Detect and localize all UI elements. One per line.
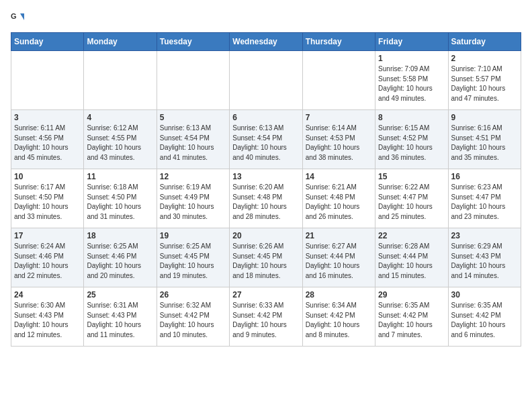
day-info: Sunrise: 6:35 AM Sunset: 4:42 PM Dayligh… <box>378 301 445 340</box>
weekday-header-row: SundayMondayTuesdayWednesdayThursdayFrid… <box>11 33 521 51</box>
day-info: Sunrise: 6:19 AM Sunset: 4:49 PM Dayligh… <box>160 183 226 222</box>
day-number: 28 <box>306 290 372 300</box>
day-info: Sunrise: 6:23 AM Sunset: 4:47 PM Dayligh… <box>451 183 518 222</box>
day-number: 8 <box>378 113 445 122</box>
calendar-cell: 29Sunrise: 6:35 AM Sunset: 4:42 PM Dayli… <box>375 287 448 347</box>
calendar-cell: 23Sunrise: 6:29 AM Sunset: 4:43 PM Dayli… <box>448 228 521 287</box>
calendar-cell: 28Sunrise: 6:34 AM Sunset: 4:42 PM Dayli… <box>302 287 375 347</box>
weekday-header-saturday: Saturday <box>448 33 521 51</box>
weekday-header-friday: Friday <box>375 33 448 51</box>
day-info: Sunrise: 6:21 AM Sunset: 4:48 PM Dayligh… <box>306 183 372 222</box>
weekday-header-sunday: Sunday <box>11 33 84 51</box>
weekday-header-monday: Monday <box>84 33 157 51</box>
calendar-cell: 12Sunrise: 6:19 AM Sunset: 4:49 PM Dayli… <box>157 169 229 228</box>
calendar-cell <box>84 51 157 110</box>
day-number: 2 <box>451 54 518 63</box>
day-number: 19 <box>160 231 226 240</box>
day-info: Sunrise: 6:24 AM Sunset: 4:46 PM Dayligh… <box>14 242 81 281</box>
day-info: Sunrise: 6:18 AM Sunset: 4:50 PM Dayligh… <box>87 183 153 222</box>
calendar-table: SundayMondayTuesdayWednesdayThursdayFrid… <box>11 32 521 347</box>
calendar-cell: 30Sunrise: 6:35 AM Sunset: 4:42 PM Dayli… <box>448 287 521 347</box>
calendar-cell: 25Sunrise: 6:31 AM Sunset: 4:43 PM Dayli… <box>84 287 157 347</box>
day-info: Sunrise: 6:20 AM Sunset: 4:48 PM Dayligh… <box>232 183 299 222</box>
calendar-cell: 2Sunrise: 7:10 AM Sunset: 5:57 PM Daylig… <box>448 51 521 110</box>
calendar-cell: 21Sunrise: 6:27 AM Sunset: 4:44 PM Dayli… <box>302 228 375 287</box>
calendar-cell <box>11 51 84 110</box>
day-number: 27 <box>232 290 299 300</box>
day-info: Sunrise: 6:14 AM Sunset: 4:53 PM Dayligh… <box>306 124 372 163</box>
day-info: Sunrise: 6:17 AM Sunset: 4:50 PM Dayligh… <box>14 183 81 222</box>
calendar-cell: 13Sunrise: 6:20 AM Sunset: 4:48 PM Dayli… <box>230 169 302 228</box>
calendar-cell <box>302 51 375 110</box>
day-info: Sunrise: 6:35 AM Sunset: 4:42 PM Dayligh… <box>451 301 518 340</box>
day-info: Sunrise: 6:13 AM Sunset: 4:54 PM Dayligh… <box>232 124 299 163</box>
day-info: Sunrise: 6:27 AM Sunset: 4:44 PM Dayligh… <box>306 242 372 281</box>
weekday-header-tuesday: Tuesday <box>157 33 229 51</box>
day-number: 6 <box>232 113 299 122</box>
day-info: Sunrise: 6:25 AM Sunset: 4:46 PM Dayligh… <box>87 242 153 281</box>
calendar-cell: 8Sunrise: 6:15 AM Sunset: 4:52 PM Daylig… <box>375 110 448 169</box>
calendar-cell: 15Sunrise: 6:22 AM Sunset: 4:47 PM Dayli… <box>375 169 448 228</box>
calendar-cell: 14Sunrise: 6:21 AM Sunset: 4:48 PM Dayli… <box>302 169 375 228</box>
calendar-cell: 16Sunrise: 6:23 AM Sunset: 4:47 PM Dayli… <box>448 169 521 228</box>
calendar-cell: 5Sunrise: 6:13 AM Sunset: 4:54 PM Daylig… <box>157 110 229 169</box>
calendar-cell: 3Sunrise: 6:11 AM Sunset: 4:56 PM Daylig… <box>11 110 84 169</box>
calendar-cell: 26Sunrise: 6:32 AM Sunset: 4:42 PM Dayli… <box>157 287 229 347</box>
day-info: Sunrise: 7:09 AM Sunset: 5:58 PM Dayligh… <box>378 64 445 103</box>
logo-icon: G <box>11 11 24 27</box>
day-info: Sunrise: 6:30 AM Sunset: 4:43 PM Dayligh… <box>14 301 81 340</box>
day-number: 10 <box>14 172 81 181</box>
day-info: Sunrise: 6:26 AM Sunset: 4:45 PM Dayligh… <box>232 242 299 281</box>
day-info: Sunrise: 6:25 AM Sunset: 4:45 PM Dayligh… <box>160 242 226 281</box>
day-number: 26 <box>160 290 226 300</box>
day-number: 16 <box>451 172 518 181</box>
day-number: 5 <box>160 113 226 122</box>
calendar-cell: 9Sunrise: 6:16 AM Sunset: 4:51 PM Daylig… <box>448 110 521 169</box>
week-row-5: 24Sunrise: 6:30 AM Sunset: 4:43 PM Dayli… <box>11 287 521 347</box>
day-info: Sunrise: 7:10 AM Sunset: 5:57 PM Dayligh… <box>451 64 518 103</box>
day-info: Sunrise: 6:13 AM Sunset: 4:54 PM Dayligh… <box>160 124 226 163</box>
calendar-cell <box>230 51 302 110</box>
day-number: 1 <box>378 54 445 63</box>
page-container: G SundayMondayTuesdayWednesdayThursdayFr… <box>11 11 521 347</box>
day-info: Sunrise: 6:11 AM Sunset: 4:56 PM Dayligh… <box>14 124 81 163</box>
calendar-cell: 7Sunrise: 6:14 AM Sunset: 4:53 PM Daylig… <box>302 110 375 169</box>
calendar-cell: 17Sunrise: 6:24 AM Sunset: 4:46 PM Dayli… <box>11 228 84 287</box>
day-number: 11 <box>87 172 153 181</box>
calendar-cell: 27Sunrise: 6:33 AM Sunset: 4:42 PM Dayli… <box>230 287 302 347</box>
day-number: 22 <box>378 231 445 240</box>
day-number: 21 <box>306 231 372 240</box>
day-number: 25 <box>87 290 153 300</box>
svg-marker-1 <box>20 13 24 20</box>
calendar-cell: 6Sunrise: 6:13 AM Sunset: 4:54 PM Daylig… <box>230 110 302 169</box>
day-number: 4 <box>87 113 153 122</box>
day-info: Sunrise: 6:29 AM Sunset: 4:43 PM Dayligh… <box>451 242 518 281</box>
day-number: 20 <box>232 231 299 240</box>
day-number: 7 <box>306 113 372 122</box>
day-info: Sunrise: 6:16 AM Sunset: 4:51 PM Dayligh… <box>451 124 518 163</box>
day-number: 12 <box>160 172 226 181</box>
day-number: 9 <box>451 113 518 122</box>
day-number: 14 <box>306 172 372 181</box>
calendar-cell: 18Sunrise: 6:25 AM Sunset: 4:46 PM Dayli… <box>84 228 157 287</box>
day-number: 17 <box>14 231 81 240</box>
day-info: Sunrise: 6:22 AM Sunset: 4:47 PM Dayligh… <box>378 183 445 222</box>
calendar-cell: 24Sunrise: 6:30 AM Sunset: 4:43 PM Dayli… <box>11 287 84 347</box>
calendar-cell: 19Sunrise: 6:25 AM Sunset: 4:45 PM Dayli… <box>157 228 229 287</box>
week-row-1: 1Sunrise: 7:09 AM Sunset: 5:58 PM Daylig… <box>11 51 521 110</box>
header: G <box>11 11 521 27</box>
weekday-header-thursday: Thursday <box>302 33 375 51</box>
week-row-3: 10Sunrise: 6:17 AM Sunset: 4:50 PM Dayli… <box>11 169 521 228</box>
day-number: 29 <box>378 290 445 300</box>
weekday-header-wednesday: Wednesday <box>230 33 302 51</box>
day-number: 3 <box>14 113 81 122</box>
day-info: Sunrise: 6:33 AM Sunset: 4:42 PM Dayligh… <box>232 301 299 340</box>
calendar-cell: 4Sunrise: 6:12 AM Sunset: 4:55 PM Daylig… <box>84 110 157 169</box>
day-info: Sunrise: 6:15 AM Sunset: 4:52 PM Dayligh… <box>378 124 445 163</box>
calendar-cell: 1Sunrise: 7:09 AM Sunset: 5:58 PM Daylig… <box>375 51 448 110</box>
week-row-2: 3Sunrise: 6:11 AM Sunset: 4:56 PM Daylig… <box>11 110 521 169</box>
day-info: Sunrise: 6:31 AM Sunset: 4:43 PM Dayligh… <box>87 301 153 340</box>
day-number: 23 <box>451 231 518 240</box>
day-info: Sunrise: 6:34 AM Sunset: 4:42 PM Dayligh… <box>306 301 372 340</box>
calendar-cell: 22Sunrise: 6:28 AM Sunset: 4:44 PM Dayli… <box>375 228 448 287</box>
